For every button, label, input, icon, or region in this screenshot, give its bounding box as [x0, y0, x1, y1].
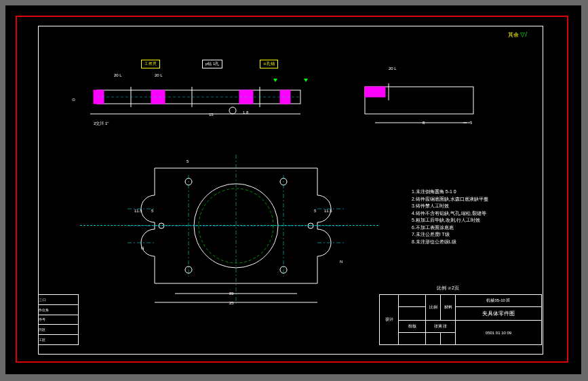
dim-topl: 15 [209, 113, 214, 117]
dim-ref-a: ⊙ [72, 97, 75, 102]
note-1: 1.未注倒角圆角 5-1 0 [412, 188, 527, 196]
svg-rect-2 [151, 90, 165, 104]
dim-w4b: 5 [314, 209, 316, 213]
tb-check-label: 校核 [399, 321, 426, 333]
dim-arrow-a: N [141, 246, 144, 250]
dim-arrow-b: N [340, 260, 342, 264]
plan-svg [128, 155, 345, 310]
plan-centerline-h [80, 225, 378, 226]
svg-rect-12 [365, 87, 385, 97]
elevation-svg-1 [70, 70, 314, 127]
callout-workpiece: 工件尺 [141, 60, 160, 68]
surface-mark-1 [273, 79, 277, 82]
title-block: 设计 比例 材料 机械05-10 班 夹具体零件图 校核 张第 张 0501 0… [379, 294, 542, 345]
plan-view [128, 155, 345, 310]
dim-w2: 11.5 [134, 209, 142, 213]
note-2: 2.铸件应铜底面缺,水森口底液缺平整 [412, 196, 527, 203]
dim-w1: 2交川 1" [94, 121, 109, 127]
dim-plan-h: 89 [229, 292, 234, 296]
tb-class: 机械05-10 班 [456, 295, 542, 307]
dim-d2: 20 L [155, 73, 163, 77]
note-5: 5.粗加工后毕缺,改则,行人工时效 [412, 217, 527, 224]
tb-page: 张第 张 [426, 321, 456, 333]
balloon-label: 其余 [508, 32, 519, 38]
rev-5: 工区 [39, 335, 79, 345]
rev-3: 序号 [39, 315, 79, 325]
surface-mark-icon: ▽/ [520, 31, 527, 38]
dim-d1: 20 L [114, 73, 122, 77]
dim-plan-w: 25 [229, 301, 234, 305]
elevation-view-right [351, 70, 487, 127]
revision-block: 三·口 作位角 序号 历区 工区 [38, 294, 79, 345]
rev-1: 三·口 [39, 295, 79, 305]
dim-d4: 20 L [389, 66, 397, 71]
cad-canvas: 其余▽/ 工件尺 p钻 1孔 ⊙孔销 20 L 20 L 2交川 1 [5, 5, 581, 374]
surface-finish-balloon: 其余▽/ [508, 31, 527, 39]
note-8: 8.未注形位公差级L级 [412, 239, 527, 246]
callout-drill: p钻 1孔 [202, 60, 222, 68]
dim-topr: 1.8 [243, 111, 248, 115]
callout-pin: ⊙孔销 [260, 60, 278, 68]
elevation-svg-2 [351, 70, 487, 127]
tb-scale: 比例 [426, 295, 441, 321]
note-6: 6.不加工表面涂底底 [412, 224, 527, 232]
rev-2: 作位角 [39, 304, 79, 315]
svg-point-9 [229, 107, 236, 114]
drawing-notes: 1.未注倒角圆角 5-1 0 2.铸件应铜底面缺,水森口底液缺平整 3.铸件禁人… [412, 188, 527, 245]
dim-w4a: 5 [151, 209, 153, 213]
tb-partno: 0501 01 10 09 [456, 321, 542, 345]
tb-title: 夹具体零件图 [456, 307, 542, 321]
dim-sv: 5 [470, 121, 472, 125]
surface-mark-2 [304, 79, 308, 82]
note-3: 3.铸件禁人工时效 [412, 203, 527, 210]
rev-4: 历区 [39, 325, 79, 335]
dim-d6: 5 [187, 159, 189, 163]
dim-w3: 11.5 [324, 209, 332, 213]
note-4: 4.铸件不含有铅缺,气孔,缩松,裂缝等 [412, 210, 527, 218]
tb-design-label: 设计 [380, 295, 399, 345]
tb-material: 材料 [441, 295, 456, 321]
note-7: 7.未注公差度I T级 [412, 231, 527, 239]
dim-ref-b: 8 [423, 121, 425, 125]
scale-label: 比例 ⊙2页 [437, 285, 459, 292]
elevation-view-left [70, 70, 314, 127]
